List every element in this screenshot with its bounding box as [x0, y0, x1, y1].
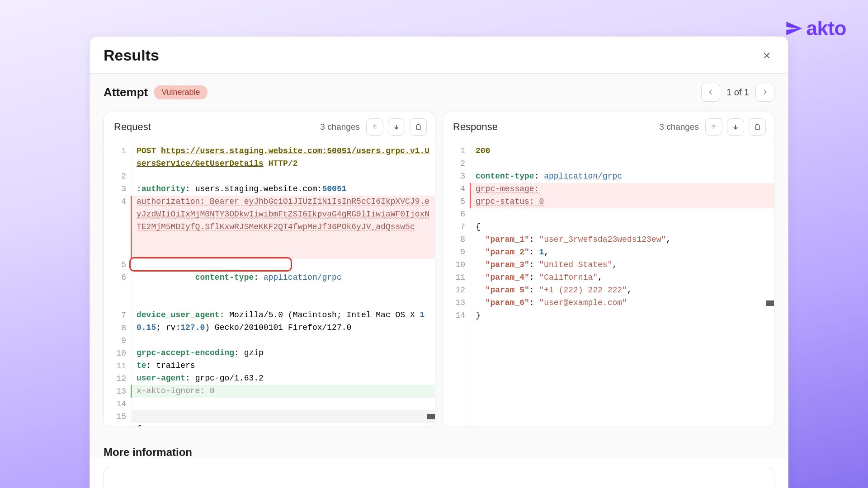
svg-rect-0 — [417, 125, 420, 130]
response-status: 200 — [476, 146, 490, 155]
paper-plane-icon — [785, 19, 803, 38]
more-information-box — [104, 467, 774, 488]
request-method: POST — [137, 146, 156, 155]
response-title: Response — [453, 121, 498, 133]
arrow-up-icon — [371, 123, 378, 131]
request-gutter: 1 2 3 4 5 6 7 8 9 10 — [104, 142, 132, 427]
close-icon — [762, 51, 772, 61]
brand-logo: akto — [785, 17, 846, 40]
request-http-version: HTTP/2 — [269, 159, 298, 168]
response-scroll-indicator — [766, 300, 774, 306]
response-changes: 3 changes — [659, 122, 699, 132]
response-next-change-button[interactable] — [727, 118, 744, 136]
arrow-up-icon — [710, 123, 717, 131]
te-header: te — [137, 361, 146, 370]
chevron-right-icon — [761, 89, 769, 96]
attempt-label: Attempt — [104, 85, 148, 99]
chevron-left-icon — [707, 89, 714, 96]
brand-text: akto — [807, 17, 846, 40]
more-information-title: More information — [90, 435, 788, 459]
request-copy-button[interactable] — [410, 118, 427, 136]
response-body-open: { — [476, 222, 481, 231]
response-prev-change-button[interactable] — [705, 118, 722, 136]
vulnerable-badge: Vulnerable — [154, 85, 207, 99]
response-panel: Response 3 changes 1 2 — [443, 112, 774, 427]
request-next-change-button[interactable] — [388, 118, 405, 136]
request-title: Request — [114, 121, 151, 133]
arrow-down-icon — [393, 123, 400, 131]
svg-rect-1 — [756, 125, 760, 130]
pager-text: 1 of 1 — [726, 87, 749, 98]
close-button[interactable] — [762, 51, 772, 61]
device-user-agent-header: device_user_agent — [137, 310, 220, 319]
response-content-type-header: content-type — [476, 172, 534, 181]
clipboard-icon — [754, 123, 761, 131]
attempt-bar: Attempt Vulnerable 1 of 1 — [90, 74, 788, 112]
pager: 1 of 1 — [701, 83, 774, 102]
card-header: Results — [90, 37, 788, 74]
grpc-status-removed: grpc-status: 0 — [470, 196, 774, 208]
added-header-block: x-akto-ignore: 0 — [131, 385, 435, 398]
response-body-close: } — [476, 311, 481, 320]
grpc-encoding-header: grpc-accept-encoding — [137, 348, 234, 357]
pager-prev-button[interactable] — [701, 83, 720, 102]
request-changes: 3 changes — [320, 122, 360, 132]
user-agent-header: user-agent — [137, 374, 185, 383]
clipboard-icon — [415, 123, 422, 131]
response-content: 200 content-type: application/grpc grpc-… — [471, 142, 774, 427]
request-panel: Request 3 changes 1 — [104, 112, 435, 427]
request-prev-change-button[interactable] — [366, 118, 383, 136]
response-gutter: 1 2 3 4 5 6 7 8 9 10 11 12 13 14 — [443, 142, 471, 427]
pager-next-button[interactable] — [755, 83, 774, 102]
response-copy-button[interactable] — [749, 118, 766, 136]
request-code[interactable]: 1 2 3 4 5 6 7 8 9 10 — [104, 142, 435, 427]
highlight-annotation — [129, 257, 292, 272]
request-content: POST https://users.staging.website.com:5… — [132, 142, 435, 427]
results-card: Results Attempt Vulnerable 1 of 1 Reques… — [90, 36, 788, 488]
authorization-removed-block: authorization: Bearer eyJhbGciOiJIUzI1Ni… — [131, 196, 435, 259]
content-type-value: application/grpc — [264, 273, 342, 282]
request-body-open: { — [137, 424, 142, 427]
content-type-header: content-type — [195, 273, 254, 282]
authority-header: :authority — [137, 184, 185, 193]
grpc-message-removed: grpc-message: — [470, 183, 774, 196]
card-title: Results — [104, 47, 159, 64]
request-scroll-indicator — [427, 414, 435, 419]
response-code[interactable]: 1 2 3 4 5 6 7 8 9 10 11 12 13 14 200 — [443, 142, 774, 427]
arrow-down-icon — [732, 123, 739, 131]
